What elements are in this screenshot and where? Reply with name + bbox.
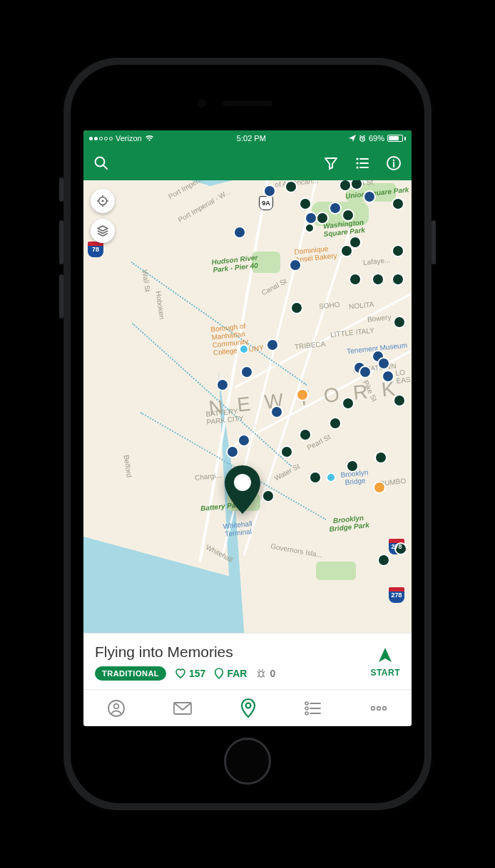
cache-dot-mystery[interactable]: [233, 226, 246, 239]
cache-dot-mystery[interactable]: [216, 378, 229, 391]
svg-point-19: [377, 706, 381, 710]
svg-point-18: [372, 706, 375, 710]
phone-speaker: [223, 100, 272, 106]
favorites-count: 157: [175, 668, 205, 679]
label-bmcc: Borough of Manhattan Community College -…: [210, 320, 264, 356]
svg-point-16: [305, 707, 308, 710]
info-icon[interactable]: [386, 155, 402, 171]
nav-profile[interactable]: [107, 699, 126, 718]
trackables-count: 0: [255, 668, 275, 679]
cache-dot-traditional[interactable]: [377, 554, 390, 567]
app-header: [83, 146, 412, 180]
cache-dot-mystery[interactable]: [359, 366, 372, 378]
cache-dot-multi[interactable]: [296, 388, 309, 401]
locate-me-button[interactable]: [91, 189, 115, 213]
cache-dot-traditional[interactable]: [280, 445, 293, 458]
svg-point-10: [259, 671, 263, 677]
navigate-arrow-icon: [376, 646, 394, 665]
cache-dot-traditional[interactable]: [349, 236, 362, 249]
volume-down-button: [59, 274, 63, 319]
cache-dot-traditional[interactable]: [392, 244, 404, 257]
cache-dot-mystery[interactable]: [270, 405, 283, 418]
svg-point-14: [246, 703, 251, 708]
list-view-icon[interactable]: [354, 155, 370, 171]
screen: Verizon 5:02 PM 69%: [83, 130, 412, 726]
svg-point-9: [101, 200, 103, 202]
cache-card[interactable]: Flying into Memories TRADITIONAL 157 FAR: [83, 633, 412, 689]
cache-dot-traditional[interactable]: [316, 212, 329, 224]
cache-dot-traditional[interactable]: [290, 301, 303, 314]
nav-more[interactable]: [369, 705, 388, 712]
cache-dot-mystery[interactable]: [377, 357, 390, 370]
cache-dot-mystery[interactable]: [238, 434, 250, 447]
cache-dot-multi[interactable]: [373, 481, 386, 494]
cache-title: Flying into Memories: [95, 644, 275, 661]
clock-label: 5:02 PM: [237, 134, 266, 143]
label-loeas: LO EAS: [395, 368, 411, 385]
cache-dot-mystery[interactable]: [240, 366, 253, 378]
cache-dot-mystery[interactable]: [289, 259, 302, 272]
battery-pct-label: 69%: [369, 134, 384, 143]
cache-dot-traditional[interactable]: [374, 451, 387, 464]
selected-cache-pin[interactable]: [223, 465, 262, 517]
cache-dot-traditional[interactable]: [392, 197, 404, 210]
cache-dot-own[interactable]: [326, 472, 336, 482]
battery-icon: [387, 135, 406, 142]
cache-dot-traditional[interactable]: [346, 460, 359, 472]
volume-up-button: [59, 220, 63, 264]
svg-point-2: [356, 157, 358, 160]
map-view[interactable]: 78 278 278 9A N E W Y O R K Wall St Hobo…: [83, 180, 412, 633]
svg-point-15: [305, 702, 308, 705]
filter-icon[interactable]: [323, 155, 339, 171]
svg-point-20: [383, 706, 387, 710]
svg-point-17: [305, 712, 308, 715]
distance-label: FAR: [214, 668, 247, 679]
cache-dot-traditional[interactable]: [392, 273, 404, 286]
status-bar: Verizon 5:02 PM 69%: [83, 130, 412, 146]
carrier-label: Verizon: [116, 134, 142, 143]
home-button[interactable]: [224, 738, 271, 785]
cache-type-pill: TRADITIONAL: [95, 666, 166, 681]
front-camera: [198, 99, 206, 108]
cache-dot-mystery[interactable]: [226, 445, 239, 458]
cache-dot-traditional[interactable]: [342, 397, 354, 410]
cache-dot-traditional[interactable]: [309, 471, 322, 484]
svg-point-6: [393, 160, 395, 162]
cache-dot-mystery[interactable]: [363, 190, 376, 203]
mute-switch: [59, 177, 63, 202]
cache-dot-own[interactable]: [239, 344, 249, 354]
cache-dot-traditional[interactable]: [329, 417, 342, 430]
cache-dot-traditional[interactable]: [299, 428, 312, 441]
svg-point-4: [356, 166, 358, 168]
cache-dot-traditional[interactable]: [299, 197, 312, 210]
cache-dot-traditional[interactable]: [262, 490, 275, 502]
location-arrow-icon: [349, 135, 356, 142]
cache-dot-traditional[interactable]: [285, 180, 297, 193]
alarm-icon: [359, 135, 366, 142]
nav-messages[interactable]: [173, 701, 193, 716]
cache-dot-traditional[interactable]: [349, 273, 362, 286]
svg-point-12: [114, 703, 119, 708]
cache-dot-traditional[interactable]: [372, 273, 384, 286]
label-whitehall-term: Whitehall Terminal: [223, 520, 253, 538]
search-icon[interactable]: [93, 155, 109, 171]
svg-point-3: [356, 162, 358, 164]
shield-i278-b: 278: [389, 587, 404, 603]
cache-dot-mystery[interactable]: [266, 339, 279, 351]
start-button[interactable]: START: [370, 646, 400, 678]
cache-dot-traditional[interactable]: [305, 223, 315, 233]
cache-dot-traditional[interactable]: [342, 209, 354, 222]
cache-dot-mystery[interactable]: [263, 185, 276, 197]
cache-dot-mystery[interactable]: [329, 202, 342, 215]
nav-lists[interactable]: [304, 701, 322, 716]
heart-icon: [175, 668, 186, 679]
cache-dot-traditional[interactable]: [393, 316, 406, 329]
nav-map[interactable]: [240, 698, 257, 719]
power-button: [432, 220, 436, 264]
map-layers-button[interactable]: [91, 219, 115, 243]
shield-i78: 78: [88, 242, 103, 257]
cache-dot-traditional[interactable]: [393, 394, 406, 407]
signal-dots-icon: [89, 137, 113, 140]
pin-outline-icon: [214, 668, 224, 679]
cache-dot-mystery[interactable]: [382, 370, 394, 383]
